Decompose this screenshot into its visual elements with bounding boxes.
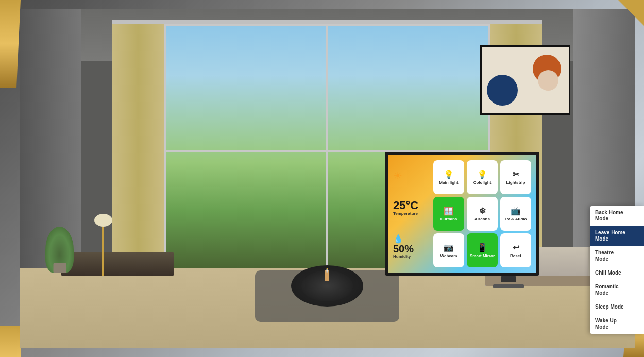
weather-section: ☀ 25°C Temperature 💧 50% Humidity: [393, 160, 429, 267]
mode-theatre[interactable]: TheatreMode: [590, 246, 644, 266]
controls-row-1: 💡 Main light 💡 Cololight ✂ Lightstrip: [433, 160, 531, 194]
main-light-label: Main light: [439, 180, 458, 185]
gold-corner-bottom-left: [0, 326, 21, 357]
mode-leave-home[interactable]: Leave HomeMode: [590, 226, 644, 246]
gold-corner-top-right: [618, 0, 644, 26]
aircons-button[interactable]: ❄ Aircons: [467, 197, 498, 231]
tv-audio-label: TV & Audio: [505, 217, 527, 222]
curtains-button[interactable]: 🪟 Curtains: [433, 197, 464, 231]
reset-button[interactable]: ↩ Reset: [500, 233, 531, 267]
room-scene: 🕯️ ☀ 25°C: [20, 9, 635, 348]
cololight-label: Cololight: [473, 180, 492, 185]
tv-unit: [61, 252, 174, 276]
floor-lamp-shade: [94, 214, 112, 227]
smart-mirror-label: Smart Mirror: [470, 253, 495, 258]
webcam-button[interactable]: 📷 Webcam: [433, 233, 464, 267]
coffee-table: 🕯️: [291, 265, 363, 307]
floor-lamp-post: [102, 224, 104, 276]
smart-mirror-icon: 📱: [477, 243, 487, 252]
tv-audio-icon: 📺: [511, 206, 521, 216]
main-light-icon: 💡: [444, 169, 454, 179]
mode-chill[interactable]: Chill Mode: [590, 266, 644, 280]
curtains-icon: 🪟: [444, 206, 454, 216]
reset-label: Reset: [510, 253, 521, 258]
curtain-left: [112, 24, 164, 276]
art-frame: [480, 45, 570, 115]
indoor-plant: [45, 227, 74, 273]
lightstrip-label: Lightstrip: [506, 180, 526, 185]
panel-screen: ☀ 25°C Temperature 💧 50% Humidity: [388, 155, 536, 273]
temperature-display: 25°C Temperature: [393, 200, 429, 216]
aircons-label: Aircons: [474, 217, 490, 222]
tv-stand-bar: [501, 276, 516, 282]
lightstrip-button[interactable]: ✂ Lightstrip: [500, 160, 531, 194]
humidity-section: 💧 50% Humidity: [393, 234, 429, 259]
cololight-icon: 💡: [477, 169, 487, 179]
mode-romantic[interactable]: RomanticMode: [590, 280, 644, 300]
controls-row-3: 📷 Webcam 📱 Smart Mirror ↩ Reset: [433, 233, 531, 267]
mode-wake-up[interactable]: Wake UpMode: [590, 314, 644, 334]
reset-icon: ↩: [513, 243, 519, 252]
sun-icon: ☀: [393, 169, 429, 182]
curtains-label: Curtains: [440, 217, 457, 222]
curtain-rod: [112, 20, 542, 24]
aircons-icon: ❄: [479, 206, 486, 216]
lightstrip-icon: ✂: [513, 169, 519, 179]
tv-audio-button[interactable]: 📺 TV & Audio: [500, 197, 531, 231]
mode-panel: Back HomeMode Leave HomeMode TheatreMode…: [590, 206, 644, 334]
webcam-label: Webcam: [440, 253, 457, 258]
cololight-button[interactable]: 💡 Cololight: [467, 160, 498, 194]
webcam-icon: 📷: [444, 243, 454, 252]
mode-sleep[interactable]: Sleep Mode: [590, 300, 644, 314]
controls-row-2: 🪟 Curtains ❄ Aircons 📺 TV & Audio: [433, 197, 531, 231]
tv-stand-base: [493, 284, 524, 288]
mode-back-home[interactable]: Back HomeMode: [590, 206, 644, 226]
controls-section: 💡 Main light 💡 Cololight ✂ Lightstrip: [433, 160, 531, 267]
smart-home-panel: ☀ 25°C Temperature 💧 50% Humidity: [385, 152, 539, 276]
window-frame-horizontal: [166, 150, 488, 152]
main-light-button[interactable]: 💡 Main light: [433, 160, 464, 194]
smart-mirror-button[interactable]: 📱 Smart Mirror: [467, 233, 498, 267]
